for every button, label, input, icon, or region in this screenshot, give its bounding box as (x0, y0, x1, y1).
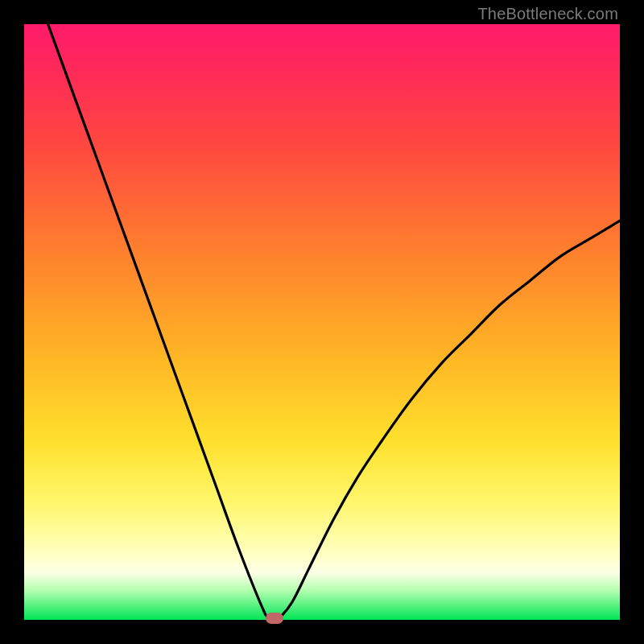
watermark-text: TheBottleneck.com (477, 5, 618, 23)
chart-svg-layer (24, 24, 620, 620)
bottleneck-curve (48, 24, 620, 620)
chart-frame: TheBottleneck.com (0, 0, 644, 644)
optimal-point-marker (266, 613, 283, 624)
